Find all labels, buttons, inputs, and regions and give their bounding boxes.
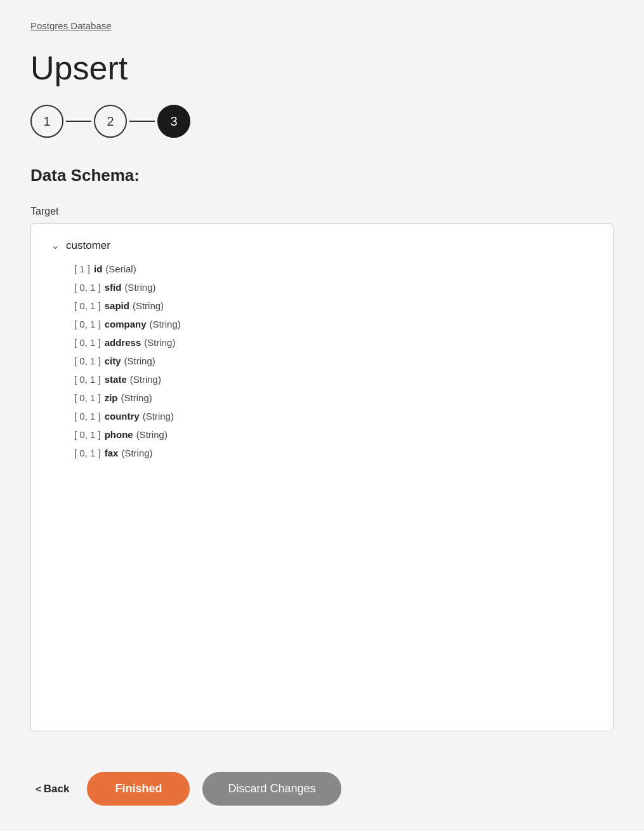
field-sapid: [ 0, 1 ] sapid (String) (51, 300, 593, 311)
field-phone: [ 0, 1 ] phone (String) (51, 429, 593, 440)
field-fax: [ 0, 1 ] fax (String) (51, 448, 593, 458)
field-city: [ 0, 1 ] city (String) (51, 356, 593, 366)
step-2[interactable]: 2 (94, 105, 127, 138)
back-button[interactable]: < Back (30, 783, 74, 795)
field-name-phone: phone (105, 429, 133, 440)
discard-changes-button[interactable]: Discard Changes (202, 772, 341, 806)
step-3[interactable]: 3 (157, 105, 190, 138)
step-connector-1 (66, 121, 91, 122)
field-zip: [ 0, 1 ] zip (String) (51, 392, 593, 403)
bottom-bar: < Back Finished Discard Changes (30, 757, 614, 806)
field-name-sfid: sfid (105, 282, 122, 293)
schema-group-name: customer (66, 239, 110, 252)
field-type-sapid: (String) (133, 300, 164, 311)
field-company: [ 0, 1 ] company (String) (51, 319, 593, 329)
schema-group-header[interactable]: ⌄ customer (51, 239, 593, 252)
field-range-sfid: [ 0, 1 ] (74, 282, 101, 293)
section-heading: Data Schema: (30, 166, 614, 185)
field-type-fax: (String) (121, 448, 152, 458)
page-container: Postgres Database Upsert 1 2 3 Data Sche… (0, 0, 644, 831)
field-range-state: [ 0, 1 ] (74, 374, 101, 385)
field-type-country: (String) (143, 411, 174, 422)
field-range-sapid: [ 0, 1 ] (74, 300, 101, 311)
field-type-sfid: (String) (124, 282, 155, 293)
field-name-country: country (105, 411, 140, 422)
field-type-state: (String) (130, 374, 161, 385)
field-range-zip: [ 0, 1 ] (74, 392, 101, 403)
stepper: 1 2 3 (30, 105, 614, 138)
field-name-city: city (105, 356, 121, 366)
field-type-id: (Serial) (105, 263, 136, 274)
field-name-zip: zip (105, 392, 118, 403)
page-title: Upsert (30, 49, 614, 87)
field-country: [ 0, 1 ] country (String) (51, 411, 593, 422)
field-type-phone: (String) (136, 429, 168, 440)
field-type-company: (String) (150, 319, 181, 329)
breadcrumb[interactable]: Postgres Database (30, 20, 614, 31)
field-name-company: company (105, 319, 147, 329)
field-range-phone: [ 0, 1 ] (74, 429, 101, 440)
field-address: [ 0, 1 ] address (String) (51, 337, 593, 348)
field-range-city: [ 0, 1 ] (74, 356, 101, 366)
schema-fields-list: [ 1 ] id (Serial) [ 0, 1 ] sfid (String)… (51, 263, 593, 458)
field-name-sapid: sapid (105, 300, 129, 311)
step-1[interactable]: 1 (30, 105, 63, 138)
field-range-country: [ 0, 1 ] (74, 411, 101, 422)
field-type-zip: (String) (121, 392, 152, 403)
field-type-city: (String) (124, 356, 155, 366)
field-state: [ 0, 1 ] state (String) (51, 374, 593, 385)
field-range-company: [ 0, 1 ] (74, 319, 101, 329)
target-label: Target (30, 206, 614, 217)
field-range-fax: [ 0, 1 ] (74, 448, 101, 458)
step-connector-2 (129, 121, 155, 122)
field-range-id: [ 1 ] (74, 263, 90, 274)
field-name-state: state (105, 374, 127, 385)
chevron-down-icon: ⌄ (51, 240, 60, 251)
field-name-id: id (94, 263, 102, 274)
schema-box: ⌄ customer [ 1 ] id (Serial) [ 0, 1 ] sf… (30, 223, 614, 731)
field-range-address: [ 0, 1 ] (74, 337, 101, 348)
field-id: [ 1 ] id (Serial) (51, 263, 593, 274)
field-name-fax: fax (105, 448, 119, 458)
field-name-address: address (105, 337, 141, 348)
finished-button[interactable]: Finished (87, 772, 190, 806)
field-sfid: [ 0, 1 ] sfid (String) (51, 282, 593, 293)
back-chevron-icon: < (36, 783, 41, 794)
field-type-address: (String) (144, 337, 175, 348)
